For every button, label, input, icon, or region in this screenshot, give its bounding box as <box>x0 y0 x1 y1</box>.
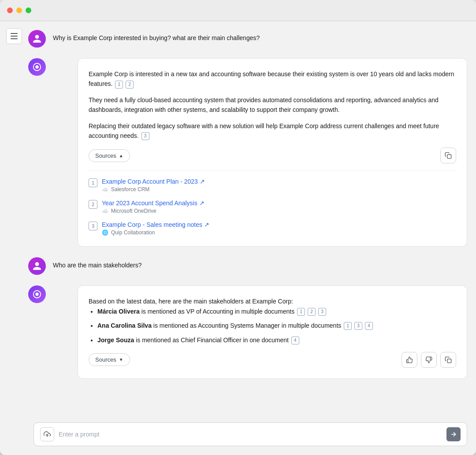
svg-rect-5 <box>447 359 451 363</box>
sources-label-2: Sources <box>95 356 116 363</box>
source-title-2: Year 2023 Account Spend Analysis <box>102 200 197 207</box>
provider-name-2: Microsoft OneDrive <box>111 208 156 214</box>
copy-icon-1 <box>445 152 452 159</box>
source-details-3: Example Corp - Sales meeting notes ↗ 🌐 Q… <box>102 221 209 236</box>
provider-name-1: Salesforce CRM <box>111 186 149 192</box>
svg-point-1 <box>35 65 38 68</box>
input-row <box>33 422 467 446</box>
citation-2-2: 2 <box>308 308 316 316</box>
source-link-3[interactable]: Example Corp - Sales meeting notes ↗ <box>102 221 209 228</box>
stakeholder-desc-1: is mentioned as VP of Accounting in mult… <box>141 308 295 315</box>
user-message-text-1: Why is Example Corp interested in buying… <box>53 30 467 43</box>
close-button[interactable] <box>7 7 13 13</box>
source-num-1: 1 <box>89 178 97 187</box>
stakeholder-desc-3: is mentioned as Chief Financial Officer … <box>136 337 289 344</box>
main-content: Why is Example Corp interested in buying… <box>0 21 476 415</box>
source-link-2[interactable]: Year 2023 Account Spend Analysis ↗ <box>102 200 205 207</box>
sources-button-2[interactable]: Sources ▼ <box>89 353 130 366</box>
ai-icon-2 <box>32 289 42 299</box>
source-provider-2: ☁️ Microsoft OneDrive <box>102 208 205 214</box>
action-buttons-2 <box>402 352 456 368</box>
citation-1-1: 1 <box>115 81 123 89</box>
salesforce-icon: ☁️ <box>102 186 108 192</box>
stakeholder-name-2: Ana Carolina Silva <box>97 322 152 329</box>
citation-2-6: 4 <box>365 322 373 330</box>
copy-button-2[interactable] <box>440 352 456 368</box>
stakeholder-desc-2: is mentioned as Accounting Systems Manag… <box>153 322 341 329</box>
chevron-up-icon-1: ▲ <box>119 153 123 158</box>
user-message-2: Who are the main stakeholders? <box>28 257 467 275</box>
citation-2-7: 4 <box>291 337 299 344</box>
hamburger-line-2 <box>11 36 18 37</box>
source-link-1[interactable]: Example Corp Account Plan - 2023 ↗ <box>102 178 205 185</box>
upload-icon <box>44 431 51 438</box>
upload-button[interactable] <box>40 427 54 441</box>
svg-point-4 <box>35 293 38 296</box>
ai-icon-1 <box>32 62 42 72</box>
chat-area: Why is Example Corp interested in buying… <box>28 21 476 415</box>
citation-2-4: 1 <box>344 322 352 330</box>
hamburger-button[interactable] <box>6 28 22 44</box>
thumbs-down-icon <box>425 356 432 363</box>
onedrive-icon: ☁️ <box>102 208 108 214</box>
user-icon <box>32 34 42 44</box>
ai-response-card-2: Based on the latest data, here are the m… <box>78 285 467 379</box>
citation-2-5: 3 <box>354 322 362 330</box>
chevron-down-icon-2: ▼ <box>119 357 123 362</box>
thumbs-up-icon <box>406 356 413 363</box>
sources-button-1[interactable]: Sources ▲ <box>89 149 130 162</box>
provider-name-3: Quip Collaboration <box>111 229 155 236</box>
source-item-3: 3 Example Corp - Sales meeting notes ↗ 🌐… <box>89 221 456 236</box>
source-provider-1: ☁️ Salesforce CRM <box>102 186 205 192</box>
user-avatar-1 <box>28 30 46 48</box>
quip-icon: 🌐 <box>102 229 108 236</box>
user-message-1: Why is Example Corp interested in buying… <box>28 30 467 48</box>
stakeholder-name-3: Jorge Souza <box>97 337 134 344</box>
citation-2-1: 1 <box>297 308 305 316</box>
sidebar-toggle-area <box>0 21 28 415</box>
external-link-icon-1: ↗ <box>200 178 205 185</box>
ai-message-row-1: Example Corp is interested in a new tax … <box>28 58 467 247</box>
ai-response-para-3: Replacing their outdated legacy software… <box>89 121 456 141</box>
user-message-text-2: Who are the main stakeholders? <box>53 257 467 270</box>
citation-2-3: 3 <box>318 308 326 316</box>
stakeholder-list: Márcia Olivera is mentioned as VP of Acc… <box>89 307 456 345</box>
svg-rect-2 <box>447 155 451 159</box>
source-item-1: 1 Example Corp Account Plan - 2023 ↗ ☁️ … <box>89 178 456 192</box>
ai-avatar-2 <box>28 285 46 303</box>
ai-response-card-1: Example Corp is interested in a new tax … <box>78 58 467 247</box>
user-avatar-2 <box>28 257 46 275</box>
source-details-1: Example Corp Account Plan - 2023 ↗ ☁️ Sa… <box>102 178 205 192</box>
copy-icon-2 <box>445 356 452 363</box>
sources-bar-2: Sources ▼ <box>89 352 456 368</box>
app-window: Why is Example Corp interested in buying… <box>0 0 476 455</box>
send-button[interactable] <box>446 427 461 441</box>
source-num-3: 3 <box>89 222 97 230</box>
stakeholder-item-3: Jorge Souza is mentioned as Chief Financ… <box>97 335 456 345</box>
sources-bar-1: Sources ▲ <box>89 148 456 163</box>
external-link-icon-2: ↗ <box>199 200 205 207</box>
stakeholder-item-2: Ana Carolina Silva is mentioned as Accou… <box>97 321 456 330</box>
maximize-button[interactable] <box>26 7 31 13</box>
send-icon <box>450 431 457 438</box>
copy-button-1[interactable] <box>440 148 456 163</box>
hamburger-line-1 <box>11 33 18 34</box>
prompt-input[interactable] <box>59 431 442 438</box>
user-icon-2 <box>32 261 42 271</box>
minimize-button[interactable] <box>16 7 22 13</box>
hamburger-line-3 <box>11 38 18 39</box>
source-title-1: Example Corp Account Plan - 2023 <box>102 178 198 185</box>
stakeholder-item-1: Márcia Olivera is mentioned as VP of Acc… <box>97 307 456 316</box>
thumbs-up-button[interactable] <box>402 352 417 368</box>
input-area <box>0 415 476 455</box>
source-item-2: 2 Year 2023 Account Spend Analysis ↗ ☁️ … <box>89 200 456 214</box>
source-title-3: Example Corp - Sales meeting notes <box>102 221 202 228</box>
source-provider-3: 🌐 Quip Collaboration <box>102 229 209 236</box>
thumbs-down-button[interactable] <box>421 352 437 368</box>
stakeholder-name-1: Márcia Olivera <box>97 308 140 315</box>
ai-avatar-1 <box>28 58 46 76</box>
ai-response-intro-2: Based on the latest data, here are the m… <box>89 296 456 306</box>
titlebar <box>0 0 476 21</box>
sources-list-1: 1 Example Corp Account Plan - 2023 ↗ ☁️ … <box>89 170 456 236</box>
action-buttons-1 <box>440 148 456 163</box>
